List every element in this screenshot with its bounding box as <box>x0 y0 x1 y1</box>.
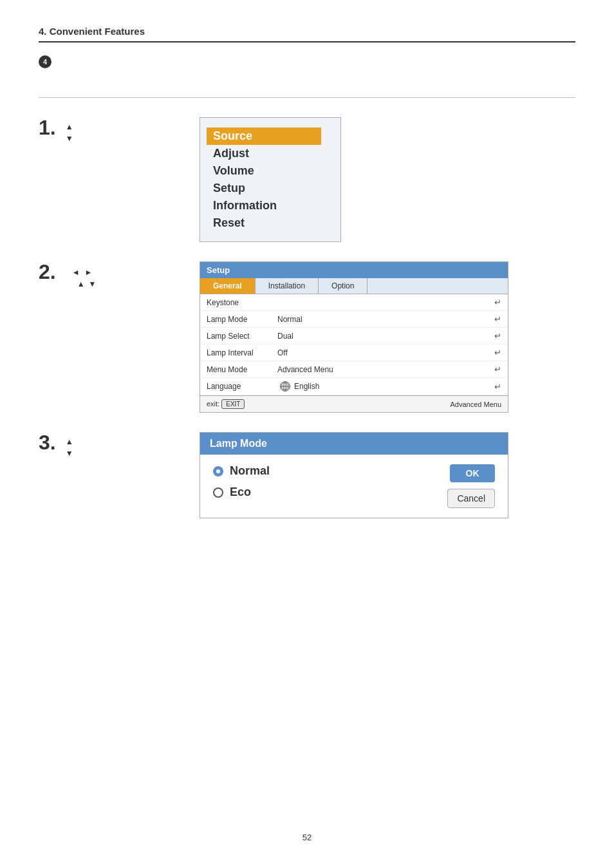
lamp-options: Normal Eco <box>213 464 434 508</box>
setup-header: Setup <box>200 262 508 278</box>
step-2-number: 2. <box>39 261 56 282</box>
step-3-right: Lamp Mode Normal Eco OK <box>200 432 575 518</box>
cancel-button[interactable]: Cancel <box>447 489 495 508</box>
setup-value-lampmode: Normal <box>277 315 494 324</box>
section-divider <box>39 97 575 98</box>
step-1-number: 1. <box>39 117 56 138</box>
setup-row-language: Language English ↵ <box>200 378 508 395</box>
exit-label: exit: <box>207 400 221 408</box>
tab-general[interactable]: General <box>200 278 256 294</box>
step-2-ud-arrows: ▲ ▼ <box>77 279 97 288</box>
step-3-number: 3. <box>39 432 56 453</box>
ok-button[interactable]: OK <box>450 464 495 482</box>
step-1-arrows: ▲ ▼ <box>66 122 73 143</box>
setup-enter-lampmode: ↵ <box>494 314 501 324</box>
menu-item-setup[interactable]: Setup <box>213 180 321 197</box>
step-2-lr-arrows: ◄ ► <box>72 268 97 277</box>
setup-tabs: General Installation Option <box>200 278 508 294</box>
lamp-mode-header: Lamp Mode <box>200 433 508 455</box>
setup-row-lampselect: Lamp Select Dual ↵ <box>200 328 508 344</box>
step-2-right: Setup General Installation Option Keysto… <box>200 261 575 413</box>
setup-row-lampmode: Lamp Mode Normal ↵ <box>200 311 508 328</box>
step-1-row: 1. ▲ ▼ Source Adjust Volume Setup Inform… <box>39 117 575 242</box>
step-1-arrow-up: ▲ <box>66 122 73 131</box>
setup-rows: Keystone ↵ Lamp Mode Normal ↵ Lamp Selec… <box>200 294 508 395</box>
lamp-normal-label: Normal <box>230 464 270 478</box>
exit-area: exit: EXIT <box>207 399 245 409</box>
step-2-row: 2. ◄ ► ▲ ▼ Setup General Installation Op… <box>39 261 575 413</box>
setup-label-lampselect: Lamp Select <box>207 332 277 341</box>
step-2-left: 2. ◄ ► ▲ ▼ <box>39 261 180 288</box>
setup-value-lampselect: Dual <box>277 332 494 341</box>
setup-value-lampinterval: Off <box>277 348 494 357</box>
step-1-arrow-down: ▼ <box>66 134 73 143</box>
radio-eco <box>213 487 223 498</box>
tab-option[interactable]: Option <box>319 278 367 294</box>
tab-installation[interactable]: Installation <box>256 278 319 294</box>
menu-item-volume[interactable]: Volume <box>213 162 321 180</box>
setup-box: Setup General Installation Option Keysto… <box>200 261 508 413</box>
step-3-arrow-down: ▼ <box>66 449 73 458</box>
step-3-arrow-up: ▲ <box>66 437 73 446</box>
setup-enter-menumode: ↵ <box>494 364 501 374</box>
page-number: 52 <box>302 833 312 842</box>
step-2-arrow-right: ► <box>85 268 93 277</box>
bullet-number: 4 <box>39 55 51 68</box>
step-2-arrow-down: ▼ <box>89 279 97 288</box>
main-menu-box: Source Adjust Volume Setup Information R… <box>200 117 341 242</box>
page: 4. Convenient Features 4 1. ▲ ▼ Source A… <box>0 0 614 868</box>
step-1-right: Source Adjust Volume Setup Information R… <box>200 117 575 242</box>
setup-enter-lampinterval: ↵ <box>494 348 501 357</box>
setup-footer: exit: EXIT Advanced Menu <box>200 395 508 412</box>
radio-normal <box>213 466 223 476</box>
setup-row-keystone: Keystone ↵ <box>200 294 508 311</box>
chapter-title: 4. Convenient Features <box>39 26 145 37</box>
lamp-mode-box: Lamp Mode Normal Eco OK <box>200 432 508 518</box>
chapter-header: 4. Convenient Features <box>39 26 575 42</box>
setup-value-menumode: Advanced Menu <box>277 365 494 374</box>
setup-label-menumode: Menu Mode <box>207 365 277 374</box>
globe-icon <box>280 381 290 392</box>
setup-enter-lampselect: ↵ <box>494 331 501 341</box>
step-3-left: 3. ▲ ▼ <box>39 432 180 458</box>
setup-enter-keystone: ↵ <box>494 297 501 307</box>
setup-label-lampinterval: Lamp Interval <box>207 348 277 357</box>
lamp-eco-label: Eco <box>230 486 251 499</box>
step-2-arrow-left: ◄ <box>72 268 80 277</box>
lamp-option-normal[interactable]: Normal <box>213 464 434 478</box>
setup-value-language: English <box>294 382 494 391</box>
setup-label-lampmode: Lamp Mode <box>207 315 277 324</box>
advanced-menu-label: Advanced Menu <box>451 401 502 408</box>
menu-item-source[interactable]: Source <box>207 127 321 145</box>
step-2-arrows: ◄ ► ▲ ▼ <box>66 268 97 288</box>
menu-item-information[interactable]: Information <box>213 197 321 214</box>
setup-label-keystone: Keystone <box>207 298 277 307</box>
lamp-mode-content: Normal Eco OK Cancel <box>200 455 508 518</box>
step-3-row: 3. ▲ ▼ Lamp Mode Normal Eco <box>39 432 575 518</box>
lamp-option-eco[interactable]: Eco <box>213 486 434 499</box>
menu-item-adjust[interactable]: Adjust <box>213 145 321 162</box>
step-2-arrow-up: ▲ <box>77 279 85 288</box>
step-3-arrows: ▲ ▼ <box>66 437 73 458</box>
menu-item-reset[interactable]: Reset <box>213 214 321 232</box>
lamp-buttons: OK Cancel <box>447 464 495 508</box>
setup-row-menumode: Menu Mode Advanced Menu ↵ <box>200 361 508 378</box>
exit-button[interactable]: EXIT <box>221 399 245 409</box>
setup-label-language: Language <box>207 382 277 391</box>
step-1-left: 1. ▲ ▼ <box>39 117 180 143</box>
setup-row-lampinterval: Lamp Interval Off ↵ <box>200 344 508 361</box>
setup-enter-language: ↵ <box>494 382 501 392</box>
